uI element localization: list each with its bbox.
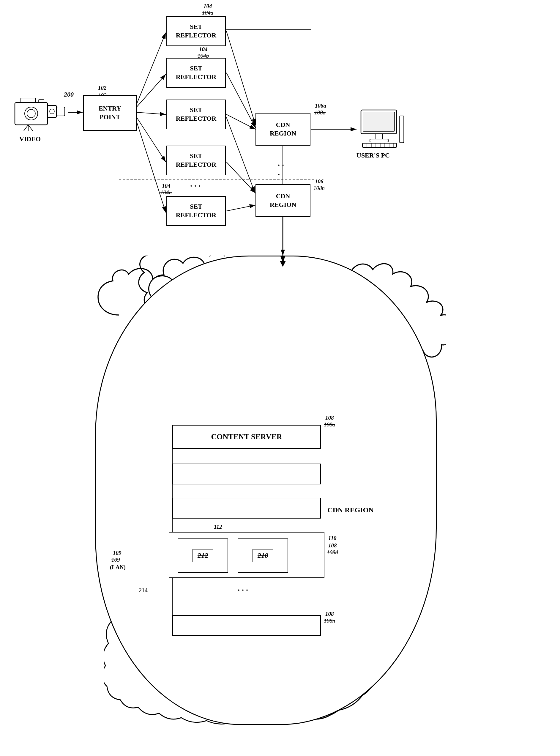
svg-line-6 [137, 117, 166, 162]
ref-104b-strike: 104b [198, 53, 209, 59]
svg-rect-34 [363, 112, 395, 131]
svg-rect-37 [362, 143, 397, 147]
ref-112: 112 [214, 524, 222, 530]
ref-108a-label: 108a [324, 421, 335, 428]
users-pc-label: USER'S PC [357, 152, 390, 159]
entry-point-box: ENTRY POINT [83, 95, 137, 131]
server-box-n [172, 615, 321, 636]
svg-line-8 [226, 31, 256, 125]
ref-106n: 106 [315, 178, 323, 185]
content-server-box: CONTENT SERVER [172, 425, 321, 449]
svg-rect-35 [376, 134, 382, 139]
set-reflector-n-box: SET REFLECTOR [166, 196, 226, 226]
ref-106a: 106a [315, 102, 326, 109]
cloud-background [95, 256, 437, 725]
diagram-container: VIDEO 200 102 102 ENTRY POINT SET REFLEC… [0, 0, 560, 756]
server-box-d-container: 212 210 [169, 532, 324, 578]
ref-104n-strike: 104n [160, 189, 172, 196]
ref-108d-label: 108d [327, 549, 338, 556]
svg-point-31 [49, 109, 54, 114]
server-box-c [172, 498, 321, 519]
svg-point-23 [25, 107, 38, 120]
svg-rect-45 [400, 116, 404, 143]
svg-line-29 [28, 125, 33, 131]
svg-point-24 [27, 110, 35, 118]
svg-line-10 [226, 114, 256, 129]
video-camera-icon [12, 92, 67, 131]
svg-line-12 [226, 205, 256, 211]
dots-reflectors: · · · [190, 181, 201, 191]
svg-line-3 [137, 33, 166, 104]
svg-line-13 [226, 117, 255, 193]
ref-104a: 104 [203, 3, 212, 9]
svg-line-27 [24, 125, 28, 131]
cdn-region-a-box: CDN REGION [256, 113, 311, 146]
ref-108n-label: 108n [324, 618, 335, 624]
ref-104b: 104 [199, 46, 208, 53]
set-reflector-c-box: SET REFLECTOR [166, 100, 226, 129]
server-inner-box-1: 212 [178, 538, 228, 573]
svg-line-9 [226, 73, 256, 128]
svg-rect-25 [21, 98, 36, 103]
set-reflector-b-box: SET REFLECTOR [166, 58, 226, 88]
svg-line-5 [137, 112, 166, 114]
server-box-b [172, 463, 321, 484]
set-reflector-d-box: SET REFLECTOR [166, 146, 226, 175]
ref-200: 200 [64, 91, 74, 98]
svg-rect-32 [57, 107, 65, 116]
ref-102: 102 [98, 85, 107, 91]
ref-108d: 108 [328, 542, 337, 549]
ref-104a-strike: 104a [202, 9, 213, 16]
ref-104n: 104 [162, 183, 171, 189]
cdn-region-n-box: CDN REGION [256, 184, 311, 217]
ref-108n-cdn: 108n [314, 185, 325, 192]
ref-214: 214 [139, 587, 148, 594]
svg-line-4 [137, 74, 166, 107]
video-label: VIDEO [19, 135, 41, 143]
cdn-region-cloud-label: CDN REGION [324, 505, 377, 515]
svg-line-11 [226, 162, 256, 193]
svg-rect-36 [370, 139, 388, 142]
ref-lan: (LAN) [110, 564, 126, 571]
svg-rect-26 [39, 100, 44, 102]
ref-109-strike: 109 [112, 557, 120, 563]
ref-108: 108 [325, 415, 334, 421]
svg-rect-22 [15, 102, 47, 125]
dots-cdn: · ·· [278, 160, 284, 179]
users-pc-icon [357, 107, 404, 148]
dots-servers: · · · [238, 585, 248, 595]
set-reflector-a-box: SET REFLECTOR [166, 16, 226, 46]
ref-108n: 108 [325, 611, 334, 617]
server-inner-box-2: 210 [238, 538, 288, 573]
ref-108a-cdn: 108a [314, 110, 326, 116]
ref-109: 109 [113, 550, 121, 556]
svg-rect-30 [47, 105, 57, 117]
svg-line-7 [137, 122, 166, 213]
ref-110: 110 [328, 535, 336, 541]
